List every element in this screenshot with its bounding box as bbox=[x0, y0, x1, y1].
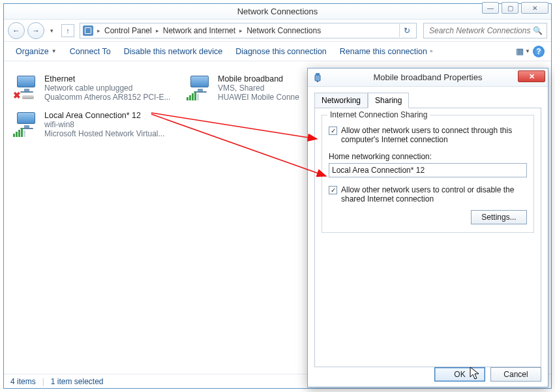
connection-status: wifi-win8 bbox=[44, 120, 165, 129]
hosted-network-icon bbox=[13, 111, 39, 137]
chevron-right-icon: » bbox=[430, 48, 432, 54]
svg-rect-1 bbox=[315, 75, 320, 81]
ics-group: Internet Connection Sharing Allow other … bbox=[322, 115, 534, 233]
connection-item-local-area[interactable]: Local Area Connection* 12 wifi-win8 Micr… bbox=[13, 111, 176, 138]
tab-sharing[interactable]: Sharing bbox=[368, 93, 409, 108]
help-icon: ? bbox=[533, 46, 545, 57]
search-box[interactable]: 🔍 bbox=[423, 23, 547, 38]
breadcrumb-item[interactable]: Network Connections bbox=[244, 26, 323, 35]
cancel-button[interactable]: Cancel bbox=[490, 367, 541, 382]
rename-button[interactable]: Rename this connection» bbox=[333, 42, 440, 61]
connect-to-button[interactable]: Connect To bbox=[63, 42, 117, 61]
ok-button[interactable]: OK bbox=[434, 367, 485, 382]
breadcrumb-item[interactable]: Network and Internet bbox=[160, 26, 238, 35]
up-button[interactable]: ↑ bbox=[61, 24, 74, 37]
dialog-buttons: OK Cancel bbox=[434, 367, 541, 382]
search-icon: 🔍 bbox=[533, 26, 543, 35]
maximize-button[interactable]: ▢ bbox=[502, 2, 518, 14]
close-button[interactable]: ✕ bbox=[521, 2, 548, 14]
breadcrumb-sep: ▸ bbox=[156, 27, 159, 34]
signal-icon bbox=[187, 91, 199, 100]
connection-name: Mobile broadband bbox=[218, 74, 299, 83]
unplugged-icon: ✖ bbox=[13, 90, 21, 100]
breadcrumb-item[interactable]: Control Panel bbox=[102, 26, 155, 35]
toolbar: Organize▼ Connect To Disable this networ… bbox=[4, 42, 551, 61]
connection-status: VMS, Shared bbox=[218, 83, 299, 93]
minimize-button[interactable]: — bbox=[482, 2, 499, 14]
connection-item-mobile-broadband[interactable]: Mobile broadband VMS, Shared HUAWEI Mobi… bbox=[187, 74, 317, 102]
svg-rect-2 bbox=[317, 81, 318, 82]
connection-name: Ethernet bbox=[44, 74, 170, 83]
connection-item-ethernet[interactable]: ✖ Ethernet Network cable unplugged Qualc… bbox=[13, 74, 176, 102]
nav-row: ← → ▾ ↑ ▸ Control Panel ▸ Network and In… bbox=[4, 20, 551, 42]
search-input[interactable] bbox=[428, 25, 533, 36]
ethernet-icon: ✖ bbox=[13, 74, 39, 100]
window-buttons: — ▢ ✕ bbox=[482, 2, 548, 14]
diagnose-button[interactable]: Diagnose this connection bbox=[229, 42, 333, 61]
dialog-title: Mobile broadband Properties bbox=[374, 72, 483, 82]
organize-label: Organize bbox=[16, 47, 49, 56]
breadcrumb[interactable]: ▸ Control Panel ▸ Network and Internet ▸… bbox=[80, 23, 417, 38]
status-count: 4 items bbox=[10, 377, 36, 386]
dialog-close-button[interactable]: ✕ bbox=[518, 70, 545, 82]
control-panel-icon bbox=[83, 25, 93, 36]
settings-button[interactable]: Settings... bbox=[471, 210, 527, 224]
allow-control-checkbox[interactable] bbox=[329, 186, 337, 194]
adapter-icon bbox=[313, 72, 322, 83]
rename-label: Rename this connection bbox=[340, 47, 427, 56]
refresh-button[interactable]: ↻ bbox=[399, 24, 413, 37]
back-button[interactable]: ← bbox=[8, 22, 25, 39]
home-connection-label: Home networking connection: bbox=[329, 152, 432, 161]
help-button[interactable]: ? bbox=[532, 44, 546, 59]
window-title: Network Connections bbox=[237, 7, 318, 16]
titlebar: Network Connections — ▢ ✕ bbox=[4, 4, 551, 20]
tab-panel-sharing: Internet Connection Sharing Allow other … bbox=[314, 108, 541, 367]
dialog-titlebar: Mobile broadband Properties ✕ bbox=[308, 68, 548, 87]
breadcrumb-sep: ▸ bbox=[239, 27, 243, 34]
allow-control-label: Allow other network users to control or … bbox=[341, 185, 527, 204]
tab-networking[interactable]: Networking bbox=[314, 93, 368, 108]
mobile-broadband-icon bbox=[187, 74, 213, 100]
history-dropdown[interactable]: ▾ bbox=[47, 26, 56, 35]
allow-connect-label: Allow other network users to connect thr… bbox=[341, 126, 527, 144]
breadcrumb-sep: ▸ bbox=[97, 27, 100, 34]
connection-device: Qualcomm Atheros AR8152 PCI-E... bbox=[44, 93, 170, 102]
forward-button[interactable]: → bbox=[27, 22, 44, 39]
organize-menu[interactable]: Organize▼ bbox=[9, 42, 63, 61]
chevron-down-icon: ▼ bbox=[52, 48, 57, 54]
status-selected: 1 item selected bbox=[51, 377, 104, 386]
connection-name: Local Area Connection* 12 bbox=[44, 111, 165, 120]
home-connection-select[interactable] bbox=[329, 163, 527, 177]
view-options-button[interactable]: ▦▼ bbox=[516, 44, 530, 59]
ics-legend: Internet Connection Sharing bbox=[327, 110, 430, 119]
disable-device-button[interactable]: Disable this network device bbox=[117, 42, 229, 61]
connection-device: HUAWEI Mobile Conne bbox=[218, 93, 299, 102]
connection-status: Network cable unplugged bbox=[44, 83, 170, 93]
allow-connect-checkbox[interactable] bbox=[329, 127, 337, 135]
dialog-tabs: Networking Sharing bbox=[308, 87, 548, 108]
signal-icon bbox=[13, 128, 25, 137]
properties-dialog: Mobile broadband Properties ✕ Networking… bbox=[307, 68, 548, 387]
status-separator: | bbox=[42, 377, 44, 386]
connection-device: Microsoft Hosted Network Virtual... bbox=[44, 129, 165, 138]
